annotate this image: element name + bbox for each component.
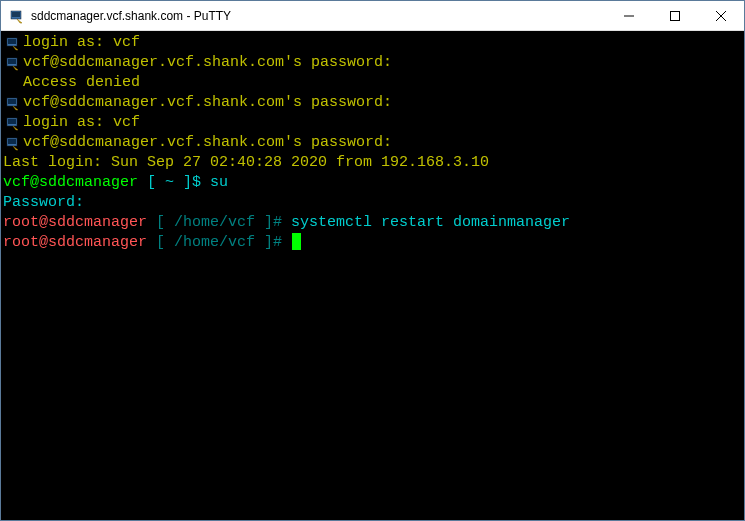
svg-rect-10	[8, 119, 16, 124]
access-denied: Access denied	[23, 73, 140, 93]
terminal-line: vcf@sddcmanager [ ~ ]$ su	[3, 173, 742, 193]
svg-rect-4	[8, 39, 16, 44]
root-host: root@sddcmanager	[3, 213, 147, 233]
login-prompt: login as:	[23, 33, 104, 53]
command: systemctl restart domainmanager	[291, 213, 570, 233]
terminal-line: vcf@sddcmanager.vcf.shank.com's password…	[3, 93, 742, 113]
root-host: root@sddcmanager	[3, 233, 147, 253]
window-titlebar: sddcmanager.vcf.shank.com - PuTTY	[1, 1, 744, 31]
putty-line-icon	[3, 113, 23, 131]
terminal-line: root@sddcmanager [ /home/vcf ]# systemct…	[3, 213, 742, 233]
password-prompt: vcf@sddcmanager.vcf.shank.com's password…	[23, 133, 392, 153]
terminal-line: Last login: Sun Sep 27 02:40:28 2020 fro…	[3, 153, 742, 173]
terminal-line: vcf@sddcmanager.vcf.shank.com's password…	[3, 53, 742, 73]
svg-rect-6	[8, 59, 16, 64]
minimize-button[interactable]	[606, 1, 652, 30]
prompt-path: [ ~ ]$	[138, 173, 210, 193]
putty-icon	[9, 8, 25, 24]
login-prompt: login as:	[23, 113, 104, 133]
putty-line-icon	[3, 53, 23, 71]
svg-rect-8	[8, 99, 16, 104]
putty-line-icon	[3, 93, 23, 111]
close-button[interactable]	[698, 1, 744, 30]
password-prompt: vcf@sddcmanager.vcf.shank.com's password…	[23, 93, 392, 113]
putty-line-icon	[3, 33, 23, 51]
prompt-path: [ /home/vcf ]#	[147, 213, 291, 233]
terminal-area[interactable]: login as: vcf vcf@sddcmanager.vcf.shank.…	[1, 31, 744, 520]
login-user: vcf	[104, 113, 140, 133]
terminal-line: Access denied	[3, 73, 742, 93]
svg-rect-1	[12, 12, 20, 17]
terminal-line: root@sddcmanager [ /home/vcf ]#	[3, 233, 742, 253]
terminal-cursor	[292, 233, 301, 250]
terminal-line: vcf@sddcmanager.vcf.shank.com's password…	[3, 133, 742, 153]
password-prompt: Password:	[3, 193, 84, 213]
prompt-path: [ /home/vcf ]#	[147, 233, 291, 253]
terminal-line: login as: vcf	[3, 113, 742, 133]
command: su	[210, 173, 228, 193]
terminal-line: Password:	[3, 193, 742, 213]
user-host: vcf@sddcmanager	[3, 173, 138, 193]
window-title: sddcmanager.vcf.shank.com - PuTTY	[31, 9, 606, 23]
password-prompt: vcf@sddcmanager.vcf.shank.com's password…	[23, 53, 392, 73]
login-user: vcf	[104, 33, 140, 53]
svg-rect-12	[8, 139, 16, 144]
putty-line-icon	[3, 133, 23, 151]
last-login: Last login: Sun Sep 27 02:40:28 2020 fro…	[3, 153, 489, 173]
window-controls	[606, 1, 744, 30]
terminal-line: login as: vcf	[3, 33, 742, 53]
maximize-button[interactable]	[652, 1, 698, 30]
svg-rect-2	[671, 11, 680, 20]
